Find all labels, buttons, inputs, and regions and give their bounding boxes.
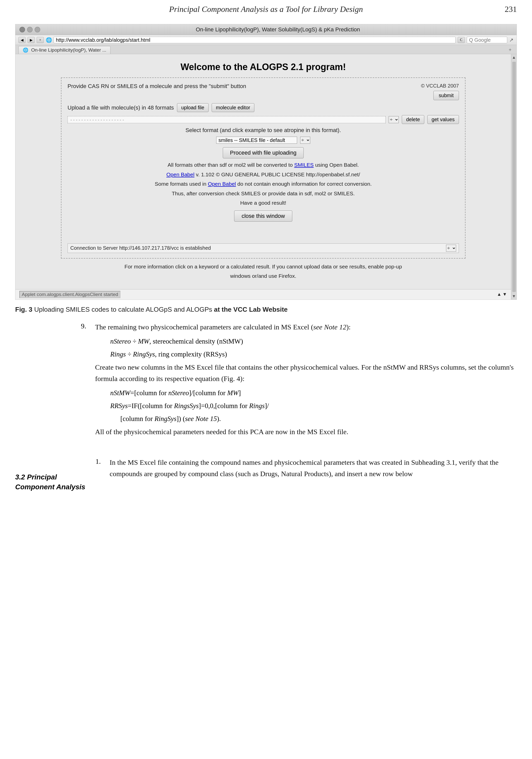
minimize-button[interactable]	[27, 27, 33, 32]
fig-bold-text: at the VCC Lab Website	[214, 306, 287, 313]
delete-button[interactable]: delete	[402, 115, 424, 124]
tab-label: On-line Lipophilicity(logP), Water ...	[31, 47, 106, 53]
section-32: 3.2 Principal Component Analysis 1. In t…	[0, 457, 532, 492]
get-values-button[interactable]: get values	[427, 115, 459, 124]
new-tab-button[interactable]: +	[37, 37, 44, 43]
close-window-button[interactable]: close this window	[234, 211, 292, 221]
upload-label: Upload a file with molecule(s) in 48 for…	[67, 104, 174, 111]
fig-label: Fig. 3	[15, 306, 32, 313]
format-type-select[interactable]: ÷	[300, 137, 310, 144]
content-column: 9. The remaining two physicochemical par…	[81, 322, 517, 447]
figure-caption: Fig. 3 Uploading SMILES codes to calcula…	[15, 305, 517, 314]
item-9: 9. The remaining two physicochemical par…	[81, 322, 517, 441]
rrssys-formula1: RRSys=IF([column for RingsSys]=0,0,[colu…	[110, 401, 517, 411]
forward-button[interactable]: ▶	[27, 37, 35, 43]
maximize-button[interactable]	[35, 27, 40, 32]
file-select[interactable]: ÷	[389, 116, 399, 123]
bottom-info-1: For more information click on a keyword …	[31, 262, 496, 271]
format-select-row: Select format (and click example to see …	[67, 127, 459, 134]
scrollbar-up-icon[interactable]: ▲	[497, 292, 501, 297]
status-text: Connection to Server http://146.107.217.…	[70, 245, 211, 251]
openbabel-link[interactable]: Open Babel	[167, 172, 194, 177]
section-32-label: 3.2 Principal Component Analysis	[15, 472, 85, 492]
scrollbar-down-icon[interactable]: ▼	[502, 292, 507, 297]
url-input[interactable]	[54, 37, 456, 43]
alogps-form: Provide CAS RN or SMILES of a molecule a…	[61, 77, 466, 259]
browser-window: On-line Lipophilicity(logP), Water Solub…	[15, 24, 517, 300]
page-header: Principal Component Analysis as a Tool f…	[0, 0, 532, 17]
upload-row: Upload a file with molecule(s) in 48 for…	[67, 103, 459, 112]
webpage-content: Welcome to the ALOGPS 2.1 program! Provi…	[16, 54, 511, 289]
close-window-row: close this window	[67, 211, 459, 221]
molecule-editor-button[interactable]: molecule editor	[211, 103, 255, 112]
bottom-info-2: windows or/and use Firefox.	[31, 272, 496, 280]
close-button[interactable]	[19, 27, 25, 32]
section-32-left-margin: 3.2 Principal Component Analysis	[15, 457, 85, 492]
info-text-5: Have a good result!	[67, 199, 459, 207]
proceed-btn-row: Proceed with file uploading	[67, 147, 459, 158]
scrollbar-controls: ▲ ▼	[497, 292, 507, 297]
main-content: 9. The remaining two physicochemical par…	[0, 322, 532, 447]
item-9-number: 9.	[81, 322, 91, 441]
browser-scrollbar[interactable]: ▲ ▼	[511, 54, 516, 300]
info-text-2: Open Babel v. 1.102 © GNU GENERAL PUBLIC…	[67, 171, 459, 179]
browser-titlebar: On-line Lipophilicity(logP), Water Solub…	[16, 24, 516, 35]
info-text-1: All formats other than sdf or mol2 will …	[67, 161, 459, 169]
status-bar: Connection to Server http://146.107.217.…	[67, 243, 459, 253]
section-32-item1-body: In the MS Excel file containing the comp…	[109, 457, 517, 483]
section-32-item1: 1. In the MS Excel file containing the c…	[95, 457, 517, 483]
formula-rings: Rings ÷ RingSys, ring complexity (RRSys)	[110, 349, 517, 360]
file-input-row: -------------------- ÷ delete get values	[67, 115, 459, 124]
section-32-item1-number: 1.	[95, 457, 105, 483]
browser-status-bar: Applet com.alogps.client.AlogpsClient st…	[16, 289, 511, 300]
info-text-3: Some formats used in Open Babel do not c…	[67, 180, 459, 188]
reload-button[interactable]: C	[458, 37, 465, 43]
page-number: 231	[497, 5, 517, 14]
format-input-row: ÷	[67, 137, 459, 144]
browser-bottom-info: For more information click on a keyword …	[31, 262, 496, 280]
add-tab-button[interactable]: +	[507, 46, 513, 54]
browser-title: On-line Lipophilicity(logP), Water Solub…	[43, 26, 513, 33]
scroll-down-icon[interactable]: ▼	[512, 294, 516, 299]
openbabel-link2[interactable]: Open Babel	[208, 181, 236, 187]
browser-tab[interactable]: 🌐 On-line Lipophilicity(logP), Water ...	[19, 46, 110, 54]
browser-toolbar: ◀ ▶ + 🌐 C ↗	[16, 35, 516, 45]
webpage-title: Welcome to the ALOGPS 2.1 program!	[31, 62, 496, 72]
left-margin	[15, 322, 71, 447]
search-box	[467, 37, 507, 43]
item-9-para3: All of the physicochemical parameters ne…	[95, 426, 517, 438]
page-title: Principal Component Analysis as a Tool f…	[35, 5, 497, 14]
fig-text: Uploading SMILES codes to calculate ALOG…	[34, 306, 214, 313]
copyright-text: © VCCLAB 2007	[421, 83, 459, 89]
format-input[interactable]	[216, 137, 297, 144]
molecule-label: Provide CAS RN or SMILES of a molecule a…	[67, 83, 246, 90]
applet-status-text: Applet com.alogps.client.AlogpsClient st…	[19, 291, 120, 298]
status-select[interactable]: ÷	[446, 245, 456, 252]
tab-icon: 🌐	[23, 48, 28, 53]
section-32-content: 1. In the MS Excel file containing the c…	[95, 457, 517, 492]
scroll-thumb[interactable]	[512, 62, 516, 292]
formula-nstereo: nStereo ÷ MW, stereochemical density (nS…	[110, 336, 517, 347]
item-9-para2: Create two new columns in the MS Excel f…	[95, 362, 517, 384]
scroll-up-icon[interactable]: ▲	[512, 55, 516, 60]
browser-tab-bar: 🌐 On-line Lipophilicity(logP), Water ...…	[16, 45, 516, 54]
submit-button[interactable]: submit	[434, 91, 459, 100]
item-9-para1: The remaining two physicochemical parame…	[95, 322, 517, 333]
proceed-button[interactable]: Proceed with file uploading	[223, 147, 304, 158]
search-input[interactable]	[467, 37, 507, 43]
info-text-4: Thus, after conversion check SMILES or p…	[67, 189, 459, 198]
traffic-lights	[19, 27, 40, 32]
smiles-link[interactable]: SMILES	[294, 162, 314, 168]
format-select-label: Select format (and click example to see …	[185, 127, 341, 134]
section-32-item1-text: In the MS Excel file containing the comp…	[109, 457, 517, 480]
file-input-display[interactable]: --------------------	[67, 116, 386, 123]
upload-file-button[interactable]: upload file	[177, 103, 209, 112]
nstmw-formula: nStMW=[column for nStereo]/[column for M…	[110, 387, 517, 398]
back-button[interactable]: ◀	[19, 37, 25, 43]
browser-content-area: Welcome to the ALOGPS 2.1 program! Provi…	[16, 54, 516, 300]
nav-arrow-icon[interactable]: ↗	[509, 37, 513, 43]
item-9-body: The remaining two physicochemical parame…	[95, 322, 517, 441]
favicon-icon: 🌐	[46, 37, 52, 43]
rrssys-formula2: [column for RingSys]) (see Note 15).	[95, 414, 517, 424]
